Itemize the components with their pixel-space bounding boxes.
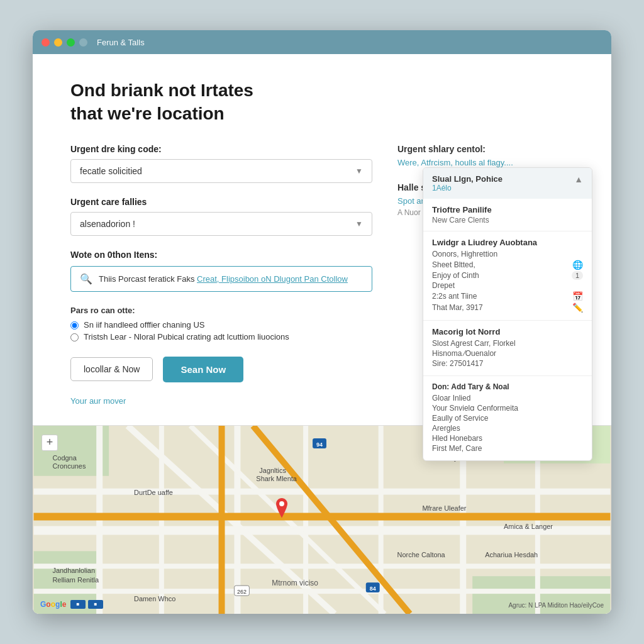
urgent-title: Urgent shlary centol: <box>397 144 574 154</box>
dropdown-detail-3: Enjoy of Cinth 1 <box>432 271 583 280</box>
chevron-down-icon: ▼ <box>355 167 363 175</box>
dropdown-detail-1: Oonors, Highrettion <box>432 250 583 258</box>
urgent-dre-group: Urgent dre king code: fecatle solicitied… <box>70 144 372 183</box>
button-row: locollar & Now Sean Now <box>70 357 372 382</box>
svg-text:Jandhanłolian: Jandhanłolian <box>52 567 95 574</box>
footer-addr2: Hisnoma ∕Ouenalor <box>432 349 583 358</box>
extras-item-5: First Mef, Care <box>432 444 583 453</box>
main-content: Ond briank not Irtates that we're locati… <box>33 54 611 425</box>
note-link[interactable]: Creat, Flipsoibon oN Dlugont Pan Ctollow <box>197 274 348 284</box>
titlebar: Ferun & Talls <box>33 30 611 54</box>
footer-addr3: Sire: 27501417 <box>432 359 583 368</box>
radio-input-2[interactable] <box>70 333 79 341</box>
dropdown-header-title: Slual Llgn, Pohice <box>432 174 502 184</box>
highway-icon-2: ■ <box>88 600 103 609</box>
urgent-care-label: Urgent care fallies <box>70 197 372 207</box>
footer-addr1: Slost Agrest Carr, Florkel <box>432 339 583 348</box>
svg-point-41 <box>279 501 284 506</box>
app-window: Ferun & Talls Ond briank not Irtates tha… <box>33 30 611 614</box>
section1-sub: New Care Clents <box>432 216 583 225</box>
dropdown-person-name: Lwidgr a Liudrey Auobtana <box>432 238 583 247</box>
dropdown-detail-5: 2:2s ant Tiine 📅 <box>432 291 583 301</box>
note-box: 🔍 Thiis Porcast feratick Faks Creat, Fli… <box>70 266 372 292</box>
dropdown-detail-4: Drepet <box>432 281 583 290</box>
close-button[interactable] <box>42 38 50 47</box>
urgent-dre-value: fecatle solicitied <box>80 166 142 176</box>
google-logo: Google <box>40 600 66 609</box>
extras-item-1: Your Snvielɑ Cenformeita <box>432 404 583 413</box>
svg-rect-8 <box>34 589 611 594</box>
chevron-up-icon[interactable]: ▲ <box>574 174 583 184</box>
link-text[interactable]: Your aur mover <box>70 396 126 406</box>
detail-icon-1: 🌐 <box>572 260 583 270</box>
extras-item-0: Gloar Inlied <box>432 394 583 402</box>
svg-rect-7 <box>34 564 611 569</box>
calendar-icon: 📅 <box>572 291 583 301</box>
svg-text:Amica & Langer: Amica & Langer <box>504 523 553 530</box>
svg-text:Mtrnom viciso: Mtrnom viciso <box>272 579 318 587</box>
highway-icon-1: ■ <box>70 600 86 609</box>
urgent-dre-label: Urgent dre king code: <box>70 144 372 154</box>
secondary-button[interactable]: locollar & Now <box>70 357 153 381</box>
map-attribution: Agruc: N LPA Miditon Hao/eilyCoe <box>508 602 604 609</box>
dropdown-detail-6: That Mar, 3917 ✏️ <box>432 303 583 313</box>
chevron-down-icon-2: ▼ <box>355 219 363 228</box>
extras-item-2: Eaully of Service <box>432 414 583 423</box>
dropdown-section-1: Trioftre Panilife New Care Clents <box>423 199 592 231</box>
search-icon: 🔍 <box>80 273 92 285</box>
edit-icon[interactable]: ✏️ <box>572 303 583 313</box>
urgent-link[interactable]: Were, Atfrcism, houlls al flagy.... <box>397 158 574 167</box>
maximize-button[interactable] <box>67 38 75 47</box>
urgent-care-select[interactable]: alsenadorion ! ▼ <box>70 212 372 236</box>
radio-input-1[interactable] <box>70 321 79 330</box>
svg-text:262: 262 <box>237 589 247 595</box>
page-title: Ond briank not Irtates that we're locati… <box>70 79 574 125</box>
svg-text:Jagnltics: Jagnltics <box>259 467 286 474</box>
map-icons: ■ ■ <box>70 600 103 609</box>
section1-title: Trioftre Panilife <box>432 205 583 214</box>
extras-title: Don: Add Tary & Noal <box>432 382 583 391</box>
svg-text:Norche Caltona: Norche Caltona <box>397 551 446 558</box>
radio-item-1: Sn iif handleed offfier chaning US <box>70 320 372 330</box>
footer-name: Macorig lot Norrd <box>432 327 583 336</box>
primary-button[interactable]: Sean Now <box>163 357 243 382</box>
extras-item-4: Hled Honebars <box>432 434 583 443</box>
svg-text:84: 84 <box>370 586 376 592</box>
dropdown-header: Slual Llgn, Pohice 1Aélo ▲ <box>423 168 592 199</box>
svg-text:94: 94 <box>316 441 323 448</box>
wote-group: Wote on 0thon Itens: 🔍 Thiis Porcast fer… <box>70 250 372 292</box>
wote-label: Wote on 0thon Itens: <box>70 250 372 260</box>
urgent-dre-select[interactable]: fecatle solicitied ▼ <box>70 159 372 183</box>
zoom-in-button[interactable]: + <box>42 435 58 451</box>
svg-text:Damen Whco: Damen Whco <box>134 595 175 602</box>
minimize-button[interactable] <box>54 38 62 47</box>
dropdown-header-sub: 1Aélo <box>432 184 502 192</box>
left-column: Urgent dre king code: fecatle solicitied… <box>70 144 372 406</box>
svg-rect-5 <box>34 489 611 495</box>
extras-item-3: Arergles <box>432 424 583 433</box>
detail-count: 1 <box>572 271 583 280</box>
dropdown-footer: Macorig lot Norrd Slost Agrest Carr, Flo… <box>423 320 592 375</box>
svg-text:Mfrare Uleafer: Mfrare Uleafer <box>422 504 466 511</box>
svg-text:DurtDe uaffe: DurtDe uaffe <box>134 489 173 496</box>
urgent-care-value: alsenadorion ! <box>80 219 135 229</box>
dropdown-body: Lwidgr a Liudrey Auobtana Oonors, Highre… <box>423 231 592 320</box>
pars-group: Pars ro can otte: Sn iif handleed offfie… <box>70 306 372 341</box>
radio-item-2: Tristsh Lear - Nloral Pubical crating ad… <box>70 332 372 341</box>
dropdown-panel: Slual Llgn, Pohice 1Aélo ▲ Trioftre Pani… <box>423 167 592 461</box>
svg-text:Achariua Hesdah: Achariua Hesdah <box>485 551 538 558</box>
map-pin <box>273 498 291 523</box>
dropdown-detail-2: Sheet Bltted, 🌐 <box>432 260 583 270</box>
svg-text:Shark Mlenta: Shark Mlenta <box>256 475 297 482</box>
note-text: Thiis Porcast feratick Faks Creat, Flips… <box>99 274 348 284</box>
extra-button <box>79 38 87 47</box>
window-title: Ferun & Talls <box>97 38 145 47</box>
svg-text:Croncunes: Croncunes <box>52 462 86 470</box>
svg-text:Codgna: Codgna <box>52 454 77 462</box>
urgent-section: Urgent shlary centol: Were, Atfrcism, ho… <box>397 144 574 167</box>
urgent-care-group: Urgent care fallies alsenadorion ! ▼ <box>70 197 372 236</box>
dropdown-extras: Don: Add Tary & Noal Gloar Inlied Your S… <box>423 375 592 460</box>
pars-label: Pars ro can otte: <box>70 306 372 315</box>
svg-text:Relliam Renitla: Relliam Renitla <box>52 576 99 584</box>
